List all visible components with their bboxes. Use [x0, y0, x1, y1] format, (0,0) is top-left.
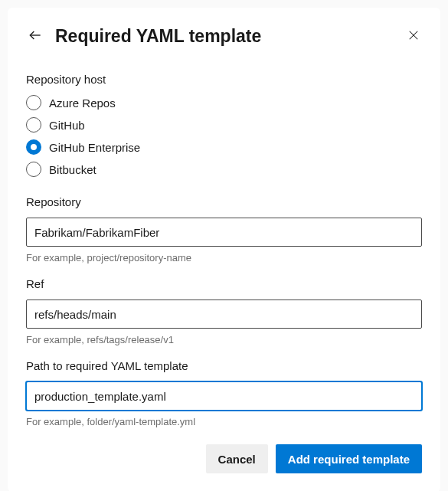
dialog-footer: Cancel Add required template [26, 444, 422, 473]
cancel-button[interactable]: Cancel [206, 444, 268, 473]
dialog-panel: Required YAML template Repository host A… [8, 8, 440, 491]
radio-option-bitbucket[interactable]: Bitbucket [26, 162, 422, 177]
ref-input[interactable] [26, 300, 422, 329]
close-button[interactable] [405, 27, 422, 46]
radio-icon [26, 162, 41, 177]
repository-host-label: Repository host [26, 73, 422, 86]
path-label: Path to required YAML template [26, 359, 422, 372]
ref-field: Ref For example, refs/tags/release/v1 [26, 277, 422, 345]
radio-label: Azure Repos [49, 97, 116, 110]
repository-hint: For example, project/repository-name [26, 252, 422, 264]
path-hint: For example, folder/yaml-template.yml [26, 416, 422, 427]
radio-label: GitHub Enterprise [49, 141, 140, 154]
add-required-template-button[interactable]: Add required template [276, 444, 422, 473]
back-button[interactable] [26, 26, 44, 47]
radio-label: Bitbucket [49, 163, 96, 176]
ref-label: Ref [26, 277, 422, 290]
path-input[interactable] [26, 381, 422, 411]
radio-icon [26, 139, 41, 155]
radio-option-github-enterprise[interactable]: GitHub Enterprise [26, 139, 422, 155]
radio-label: GitHub [49, 119, 85, 132]
repository-label: Repository [26, 195, 422, 208]
radio-option-github[interactable]: GitHub [26, 117, 422, 133]
radio-option-azure-repos[interactable]: Azure Repos [26, 95, 422, 110]
dialog-title: Required YAML template [55, 26, 394, 47]
close-icon [407, 28, 420, 44]
radio-icon [26, 117, 41, 133]
radio-icon [26, 95, 41, 110]
dialog-header: Required YAML template [26, 26, 422, 47]
arrow-left-icon [28, 28, 43, 45]
repository-input[interactable] [26, 218, 422, 247]
repository-host-radio-group: Azure Repos GitHub GitHub Enterprise Bit… [26, 95, 422, 177]
repository-field: Repository For example, project/reposito… [26, 195, 422, 264]
ref-hint: For example, refs/tags/release/v1 [26, 334, 422, 345]
path-field: Path to required YAML template For examp… [26, 359, 422, 427]
